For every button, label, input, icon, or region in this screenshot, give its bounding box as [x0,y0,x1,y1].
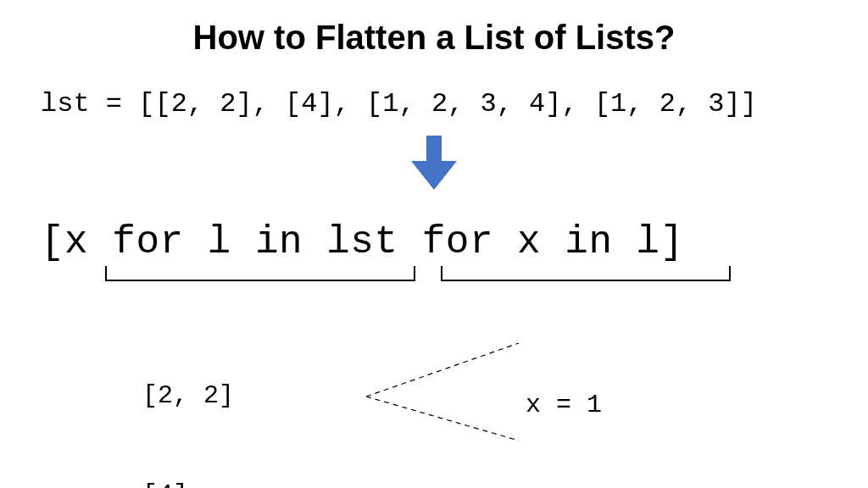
list-comprehension-code: [x for l in lst for x in l] [41,220,684,264]
down-arrow-icon [411,136,457,193]
left-item: [4] [142,479,326,488]
left-item: [2, 2] [142,380,326,413]
svg-line-1 [366,396,519,441]
bracket-left [105,266,415,281]
list-definition-code: lst = [[2, 2], [4], [1, 2, 3, 4], [1, 2,… [41,88,757,119]
right-item: x = 1 [526,389,602,423]
left-expansion-list: [2, 2] [4] [1, 2, 3, 4] [1, 2, 3] [142,313,326,488]
svg-line-0 [366,343,519,396]
page-title: How to Flatten a List of Lists? [0,19,868,57]
bracket-right [441,266,731,281]
right-expansion-list: x = 1 x = 2 x = 3 x = 4 [526,322,602,488]
